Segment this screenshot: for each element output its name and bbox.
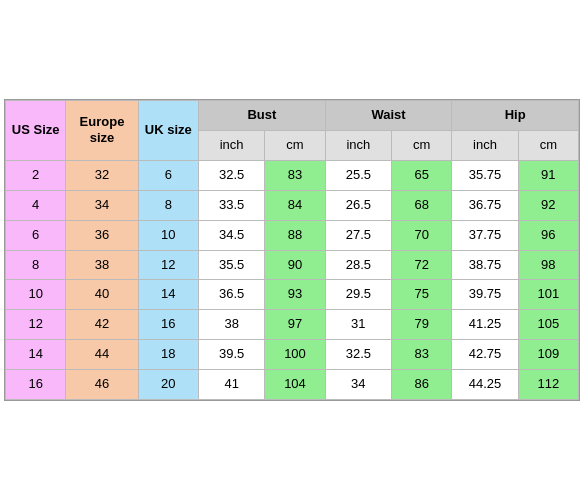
cell-col-bust-in: 36.5	[199, 280, 265, 310]
cell-col-bust-cm: 104	[265, 370, 325, 400]
cell-col-waist-cm: 70	[392, 220, 452, 250]
cell-col-eu: 44	[66, 340, 138, 370]
cell-col-eu: 46	[66, 370, 138, 400]
cell-col-waist-cm: 83	[392, 340, 452, 370]
cell-col-uk: 14	[138, 280, 198, 310]
cell-col-waist-in: 31	[325, 310, 391, 340]
table-row: 434833.58426.56836.7592	[6, 190, 579, 220]
cell-col-bust-cm: 93	[265, 280, 325, 310]
cell-col-hip-cm: 101	[518, 280, 578, 310]
table-row: 16462041104348644.25112	[6, 370, 579, 400]
cell-col-waist-cm: 75	[392, 280, 452, 310]
cell-col-hip-in: 39.75	[452, 280, 518, 310]
cell-col-uk: 16	[138, 310, 198, 340]
cell-col-hip-cm: 92	[518, 190, 578, 220]
cell-col-us: 16	[6, 370, 66, 400]
cell-col-hip-in: 37.75	[452, 220, 518, 250]
cell-col-hip-in: 42.75	[452, 340, 518, 370]
cell-col-bust-in: 35.5	[199, 250, 265, 280]
hip-inch-label: inch	[452, 130, 518, 160]
cell-col-uk: 20	[138, 370, 198, 400]
cell-col-waist-in: 27.5	[325, 220, 391, 250]
cell-col-bust-in: 41	[199, 370, 265, 400]
cell-col-uk: 8	[138, 190, 198, 220]
cell-col-eu: 38	[66, 250, 138, 280]
cell-col-waist-cm: 68	[392, 190, 452, 220]
cell-col-hip-in: 38.75	[452, 250, 518, 280]
cell-col-bust-cm: 90	[265, 250, 325, 280]
main-header-row: US Size Europe size UK size Bust Waist H…	[6, 101, 579, 131]
cell-col-waist-cm: 72	[392, 250, 452, 280]
cell-col-waist-in: 25.5	[325, 160, 391, 190]
cell-col-waist-in: 28.5	[325, 250, 391, 280]
cell-col-waist-in: 26.5	[325, 190, 391, 220]
cell-col-bust-in: 38	[199, 310, 265, 340]
cell-col-bust-cm: 88	[265, 220, 325, 250]
table-row: 14441839.510032.58342.75109	[6, 340, 579, 370]
cell-col-us: 8	[6, 250, 66, 280]
cell-col-uk: 6	[138, 160, 198, 190]
cell-col-us: 4	[6, 190, 66, 220]
cell-col-bust-cm: 83	[265, 160, 325, 190]
bust-inch-label: inch	[199, 130, 265, 160]
cell-col-hip-cm: 96	[518, 220, 578, 250]
header-bust: Bust	[199, 101, 326, 131]
cell-col-bust-in: 39.5	[199, 340, 265, 370]
cell-col-waist-cm: 86	[392, 370, 452, 400]
cell-col-waist-in: 29.5	[325, 280, 391, 310]
size-chart-table: US Size Europe size UK size Bust Waist H…	[5, 100, 579, 400]
cell-col-bust-cm: 97	[265, 310, 325, 340]
waist-inch-label: inch	[325, 130, 391, 160]
header-waist: Waist	[325, 101, 452, 131]
cell-col-bust-cm: 84	[265, 190, 325, 220]
table-row: 6361034.58827.57037.7596	[6, 220, 579, 250]
cell-col-hip-cm: 109	[518, 340, 578, 370]
cell-col-waist-cm: 65	[392, 160, 452, 190]
cell-col-hip-cm: 91	[518, 160, 578, 190]
table-row: 232632.58325.56535.7591	[6, 160, 579, 190]
table-body: 232632.58325.56535.7591434833.58426.5683…	[6, 160, 579, 399]
cell-col-hip-cm: 105	[518, 310, 578, 340]
cell-col-hip-in: 36.75	[452, 190, 518, 220]
hip-cm-label: cm	[518, 130, 578, 160]
cell-col-waist-cm: 79	[392, 310, 452, 340]
cell-col-eu: 32	[66, 160, 138, 190]
cell-col-bust-in: 32.5	[199, 160, 265, 190]
cell-col-us: 12	[6, 310, 66, 340]
cell-col-us: 2	[6, 160, 66, 190]
table-row: 8381235.59028.57238.7598	[6, 250, 579, 280]
header-eu: Europe size	[66, 101, 138, 161]
cell-col-hip-cm: 112	[518, 370, 578, 400]
bust-cm-label: cm	[265, 130, 325, 160]
header-uk: UK size	[138, 101, 198, 161]
cell-col-us: 14	[6, 340, 66, 370]
header-hip: Hip	[452, 101, 579, 131]
cell-col-us: 10	[6, 280, 66, 310]
table-row: 10401436.59329.57539.75101	[6, 280, 579, 310]
cell-col-bust-in: 34.5	[199, 220, 265, 250]
table-row: 1242163897317941.25105	[6, 310, 579, 340]
cell-col-bust-cm: 100	[265, 340, 325, 370]
cell-col-uk: 12	[138, 250, 198, 280]
cell-col-eu: 34	[66, 190, 138, 220]
cell-col-uk: 10	[138, 220, 198, 250]
cell-col-hip-in: 44.25	[452, 370, 518, 400]
cell-col-hip-cm: 98	[518, 250, 578, 280]
cell-col-uk: 18	[138, 340, 198, 370]
header-us: US Size	[6, 101, 66, 161]
cell-col-hip-in: 35.75	[452, 160, 518, 190]
cell-col-waist-in: 34	[325, 370, 391, 400]
size-chart-wrapper: US Size Europe size UK size Bust Waist H…	[4, 99, 580, 401]
cell-col-waist-in: 32.5	[325, 340, 391, 370]
cell-col-us: 6	[6, 220, 66, 250]
cell-col-hip-in: 41.25	[452, 310, 518, 340]
cell-col-eu: 40	[66, 280, 138, 310]
cell-col-eu: 42	[66, 310, 138, 340]
cell-col-bust-in: 33.5	[199, 190, 265, 220]
waist-cm-label: cm	[392, 130, 452, 160]
cell-col-eu: 36	[66, 220, 138, 250]
